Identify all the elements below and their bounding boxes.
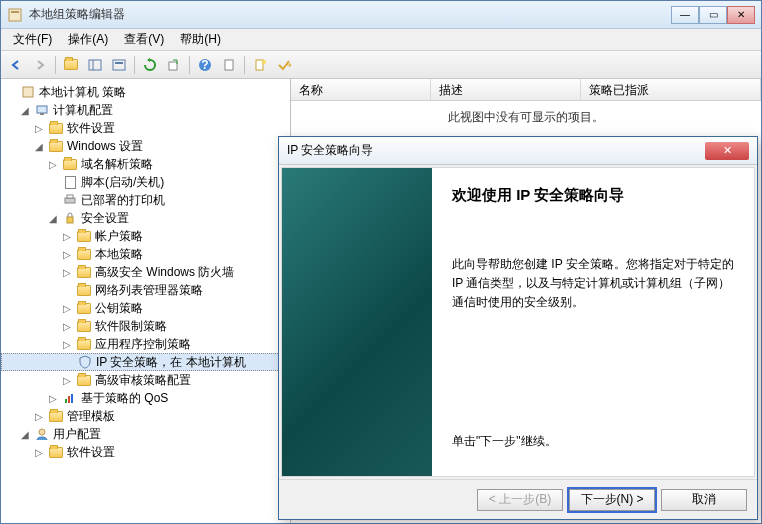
tree-windows-settings[interactable]: ◢Windows 设置: [1, 137, 290, 155]
window-title: 本地组策略编辑器: [29, 6, 671, 23]
tree-qos[interactable]: ▷基于策略的 QoS: [1, 389, 290, 407]
toolbar-separator: [55, 56, 56, 74]
expand-icon[interactable]: ▷: [33, 123, 45, 134]
expand-icon[interactable]: ▷: [61, 303, 73, 314]
tree-software-settings[interactable]: ▷软件设置: [1, 119, 290, 137]
maximize-button[interactable]: ▭: [699, 6, 727, 24]
wizard-sidebar-image: [282, 168, 432, 476]
wizard-description: 此向导帮助您创建 IP 安全策略。您将指定对于特定的 IP 通信类型，以及与特定…: [452, 255, 734, 313]
help-button[interactable]: ?: [194, 54, 216, 76]
tree-advanced-audit[interactable]: ▷高级审核策略配置: [1, 371, 290, 389]
folder-icon: [76, 283, 92, 297]
collapse-icon[interactable]: ◢: [19, 105, 31, 116]
svg-rect-6: [169, 62, 177, 70]
expand-icon[interactable]: ▷: [61, 267, 73, 278]
svg-rect-19: [68, 396, 70, 403]
tree-security-settings[interactable]: ◢安全设置: [1, 209, 290, 227]
tree-scripts[interactable]: 脚本(启动/关机): [1, 173, 290, 191]
folder-icon: [76, 301, 92, 315]
menu-view[interactable]: 查看(V): [116, 29, 172, 50]
svg-rect-0: [9, 9, 21, 21]
tree-label: 本地计算机 策略: [39, 84, 126, 101]
export-button[interactable]: [163, 54, 185, 76]
svg-rect-5: [115, 62, 123, 64]
expand-icon[interactable]: ▷: [47, 393, 59, 404]
svg-rect-12: [23, 87, 33, 97]
tree-label: 基于策略的 QoS: [81, 390, 168, 407]
minimize-button[interactable]: —: [671, 6, 699, 24]
tree-panel[interactable]: 本地计算机 策略 ◢计算机配置 ▷软件设置 ◢Windows 设置 ▷域名解析策…: [1, 79, 291, 523]
svg-rect-15: [65, 198, 75, 203]
svg-rect-14: [40, 113, 44, 115]
svg-rect-9: [225, 60, 233, 70]
properties-button[interactable]: [218, 54, 240, 76]
menu-action[interactable]: 操作(A): [60, 29, 116, 50]
collapse-icon[interactable]: ◢: [47, 213, 59, 224]
options-button[interactable]: [108, 54, 130, 76]
refresh-button[interactable]: [139, 54, 161, 76]
collapse-icon[interactable]: ◢: [19, 429, 31, 440]
tree-admin-templates[interactable]: ▷管理模板: [1, 407, 290, 425]
col-desc[interactable]: 描述: [431, 79, 581, 100]
svg-rect-17: [67, 217, 73, 223]
tree-account-policy[interactable]: ▷帐户策略: [1, 227, 290, 245]
folder-icon: [76, 229, 92, 243]
wizard-back-button[interactable]: < 上一步(B): [477, 489, 563, 511]
tree-label: 网络列表管理器策略: [95, 282, 203, 299]
expand-icon[interactable]: ▷: [61, 321, 73, 332]
col-name[interactable]: 名称: [291, 79, 431, 100]
tree-label: 公钥策略: [95, 300, 143, 317]
expand-icon[interactable]: ▷: [33, 411, 45, 422]
tree-user-config[interactable]: ◢用户配置: [1, 425, 290, 443]
titlebar: 本地组策略编辑器 — ▭ ✕: [1, 1, 761, 29]
security-icon: [62, 211, 78, 225]
app-icon: [7, 7, 23, 23]
expand-icon[interactable]: ▷: [61, 249, 73, 260]
menu-help[interactable]: 帮助(H): [172, 29, 229, 50]
expand-icon[interactable]: ▷: [33, 447, 45, 458]
folder-icon: [48, 445, 64, 459]
folder-button[interactable]: [60, 54, 82, 76]
tree-app-control[interactable]: ▷应用程序控制策略: [1, 335, 290, 353]
svg-point-11: [262, 60, 266, 64]
expand-icon[interactable]: ▷: [61, 375, 73, 386]
svg-rect-10: [256, 60, 263, 70]
tree-local-policy[interactable]: ▷本地策略: [1, 245, 290, 263]
menu-file[interactable]: 文件(F): [5, 29, 60, 50]
wizard-next-button[interactable]: 下一步(N) >: [569, 489, 655, 511]
forward-button[interactable]: [29, 54, 51, 76]
expand-icon[interactable]: ▷: [47, 159, 59, 170]
tree-label: 域名解析策略: [81, 156, 153, 173]
svg-rect-1: [11, 11, 19, 13]
tree-firewall[interactable]: ▷高级安全 Windows 防火墙: [1, 263, 290, 281]
wizard-close-button[interactable]: ✕: [705, 142, 749, 160]
tree-root[interactable]: 本地计算机 策略: [1, 83, 290, 101]
folder-icon: [76, 265, 92, 279]
pane-button[interactable]: [84, 54, 106, 76]
close-button[interactable]: ✕: [727, 6, 755, 24]
expand-icon[interactable]: ▷: [61, 339, 73, 350]
tree-name-resolution[interactable]: ▷域名解析策略: [1, 155, 290, 173]
tree-public-key[interactable]: ▷公钥策略: [1, 299, 290, 317]
tree-label: 安全设置: [81, 210, 129, 227]
svg-rect-13: [37, 106, 47, 113]
tree-software-restriction[interactable]: ▷软件限制策略: [1, 317, 290, 335]
svg-rect-4: [113, 60, 125, 70]
tree-ip-security[interactable]: IP 安全策略，在 本地计算机: [1, 353, 290, 371]
tree-network-list[interactable]: 网络列表管理器策略: [1, 281, 290, 299]
tree-computer-config[interactable]: ◢计算机配置: [1, 101, 290, 119]
col-assigned[interactable]: 策略已指派: [581, 79, 761, 100]
tree-label: 用户配置: [53, 426, 101, 443]
assign-button[interactable]: [273, 54, 295, 76]
collapse-icon[interactable]: ◢: [33, 141, 45, 152]
back-button[interactable]: [5, 54, 27, 76]
user-icon: [34, 427, 50, 441]
tree-user-software[interactable]: ▷软件设置: [1, 443, 290, 461]
new-button[interactable]: [249, 54, 271, 76]
tree-printers[interactable]: 已部署的打印机: [1, 191, 290, 209]
expand-icon[interactable]: ▷: [61, 231, 73, 242]
wizard-cancel-button[interactable]: 取消: [661, 489, 747, 511]
wizard-hint: 单击"下一步"继续。: [452, 433, 734, 450]
folder-icon: [64, 59, 78, 70]
folder-icon: [48, 121, 64, 135]
